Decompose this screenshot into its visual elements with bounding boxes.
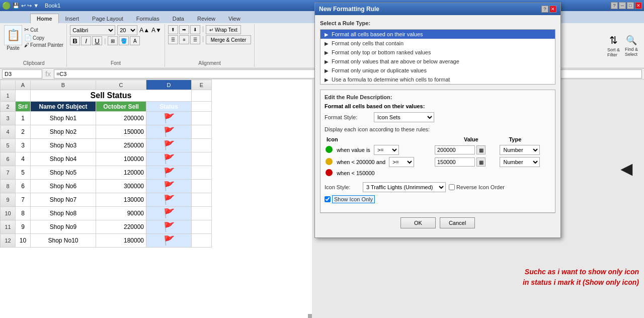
rule-item-0[interactable]: ▶ Format all cells based on their values	[320, 30, 555, 39]
type-select-0[interactable]: Number	[500, 145, 540, 155]
rule-item-label-2: Format only top or bottom ranked values	[332, 49, 431, 55]
dialog-title-text: New Formatting Rule	[319, 6, 379, 13]
icon-rule-row-0: when value is >= ▦	[325, 144, 551, 156]
operator-select-0[interactable]: >=	[374, 145, 399, 155]
condition-text-2: when < 150000	[337, 170, 375, 176]
icon-rule-row-1: when < 200000 and >= ▦	[325, 156, 551, 168]
edit-rule-title: Edit the Rule Description:	[325, 94, 551, 100]
new-formatting-rule-dialog: New Formatting Rule ? ✕ Select a Rule Ty…	[314, 3, 561, 238]
dialog-title-controls: ? ✕	[541, 6, 556, 13]
rule-item-label-0: Format all cells based on their values	[332, 31, 423, 37]
type-col-header: Type	[499, 135, 551, 144]
type-select-1[interactable]: Number	[500, 157, 540, 167]
icon-style-row: Icon Style: 3 Traffic Lights (Unrimmed) …	[325, 182, 551, 203]
format-style-select[interactable]: Icon Sets	[374, 112, 434, 122]
operator-select-1[interactable]: >=	[389, 157, 414, 167]
display-each-icon-label: Display each icon according to these rul…	[325, 126, 551, 132]
dialog-title-bar: New Formatting Rule ? ✕	[315, 3, 560, 15]
value-input-0[interactable]	[435, 145, 475, 154]
reverse-icon-order-checkbox[interactable]	[449, 184, 455, 190]
calendar-icon-1[interactable]: ▦	[476, 157, 486, 167]
show-icon-only-checkbox[interactable]	[325, 196, 331, 202]
dialog-help-button[interactable]: ?	[541, 6, 548, 13]
rule-item-label-1: Format only cells that contain	[332, 40, 404, 46]
edit-rule-section: Edit the Rule Description: Format all ce…	[320, 90, 555, 213]
format-all-cells-label: Format all cells based on their values:	[325, 103, 551, 109]
condition-text-0: when value is	[337, 147, 370, 153]
rule-item-label-4: Format only unique or duplicate values	[332, 67, 427, 73]
rule-arrow-icon: ▶	[325, 77, 329, 83]
app-window: 🟢 💾 ↩ ↪ ▼ Book1 ? ─ □ ✕ Home Insert Page…	[0, 0, 644, 318]
ok-button[interactable]: OK	[400, 217, 436, 228]
show-icon-only-checkbox-label: Show Icon Only	[325, 195, 375, 203]
rule-type-list: ▶ Format all cells based on their values…	[320, 29, 555, 85]
rule-item-3[interactable]: ▶ Format only values that are above or b…	[320, 57, 555, 66]
dialog-footer: OK Cancel	[320, 213, 555, 232]
condition-text-1: when < 200000 and	[337, 159, 385, 165]
calendar-icon-0[interactable]: ▦	[476, 145, 486, 154]
rule-arrow-icon: ▶	[325, 68, 329, 73]
rule-arrow-icon: ▶	[325, 41, 329, 46]
dialog-body: Select a Rule Type: ▶ Format all cells b…	[315, 15, 560, 237]
rule-arrow-icon: ▶	[325, 32, 329, 37]
show-icon-only-label: Show Icon Only	[332, 195, 375, 203]
rule-arrow-icon: ▶	[325, 59, 329, 64]
dot-yellow-icon	[326, 158, 333, 165]
rule-item-1[interactable]: ▶ Format only cells that contain	[320, 39, 555, 48]
rule-item-5[interactable]: ▶ Use a formula to determine which cells…	[320, 75, 555, 84]
reverse-icon-order-checkbox-label: Reverse Icon Order	[449, 184, 505, 190]
rule-item-2[interactable]: ▶ Format only top or bottom ranked value…	[320, 48, 555, 57]
icon-style-label: Icon Style:	[325, 184, 360, 190]
rule-item-label-5: Use a formula to determine which cells t…	[332, 76, 450, 83]
dialog-overlay: New Formatting Rule ? ✕ Select a Rule Ty…	[0, 0, 644, 318]
rule-item-label-3: Format only values that are above or bel…	[332, 58, 459, 64]
format-style-row: Format Style: Icon Sets	[325, 112, 551, 122]
value-col-header: Value	[434, 135, 499, 144]
icon-rule-row-2: when < 150000	[325, 168, 551, 178]
dot-red-icon	[326, 169, 333, 176]
rule-arrow-icon: ▶	[325, 50, 329, 55]
cancel-button[interactable]: Cancel	[440, 217, 475, 228]
section1-label: Select a Rule Type:	[320, 20, 555, 26]
icon-col-header: Icon	[325, 135, 434, 144]
icon-rules-table: Icon Value Type	[325, 135, 551, 178]
dot-green-icon	[326, 146, 333, 153]
dialog-close-button[interactable]: ✕	[549, 6, 556, 13]
icon-style-select[interactable]: 3 Traffic Lights (Unrimmed)	[363, 182, 446, 192]
rule-item-4[interactable]: ▶ Format only unique or duplicate values	[320, 66, 555, 75]
format-style-label: Format Style:	[325, 114, 370, 120]
value-input-1[interactable]	[435, 157, 475, 167]
